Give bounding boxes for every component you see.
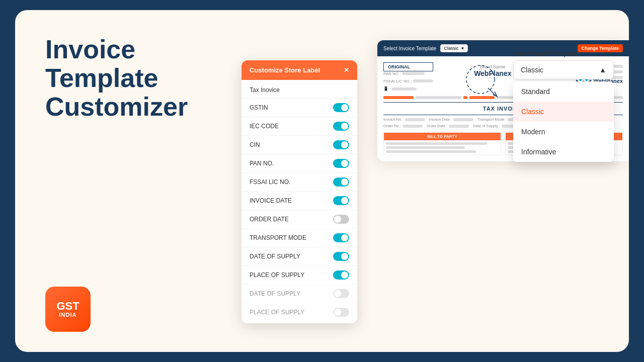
bill-to-party-header: BILL TO PARTY [384, 133, 501, 140]
customize-header-label: Customize Store Label [250, 66, 320, 74]
dashed-arrow-decoration [460, 60, 506, 106]
chevron-down-icon: ▼ [460, 46, 464, 51]
customize-item-place-supply: PLACE OF SUPPLY [242, 266, 357, 285]
toggle-invoice-date[interactable] [333, 196, 349, 205]
toggle-date-supply-greyed[interactable] [333, 289, 349, 298]
template-dropdown-container: Select Invoice Template Classic ▲ Standa… [513, 50, 614, 162]
toggle-gstin[interactable] [333, 103, 349, 112]
chevron-up-icon: ▲ [599, 66, 606, 74]
toggle-fssai[interactable] [333, 177, 349, 187]
india-text: INDIA [59, 312, 77, 318]
close-icon[interactable]: ✕ [344, 66, 349, 74]
customize-item-order-date: ORDER DATE [242, 210, 357, 229]
template-option-modern[interactable]: Modern [513, 122, 614, 142]
gst-text: GST [56, 301, 79, 312]
invoice-original-label: ORIGINAL [383, 62, 433, 71]
template-option-classic[interactable]: Classic [513, 102, 614, 122]
bill-to-party-box: BILL TO PARTY [383, 132, 501, 155]
customize-item-pan: PAN NO. [242, 154, 357, 173]
customize-item-transport: TRANSPORT MODE [242, 229, 357, 247]
template-options-list: Standard Classic Modern Informative [513, 81, 614, 162]
customize-item-iec: IEC CODE [242, 117, 357, 136]
hero-title: Invoice Template Customizer [45, 35, 206, 122]
template-dropdown-button[interactable]: Classic ▲ [513, 60, 614, 79]
invoice-template-select[interactable]: Classic ▼ [440, 44, 468, 52]
invoice-bar-text: Select Invoice Template [383, 46, 436, 51]
svg-point-0 [466, 65, 495, 94]
customize-item-invoice-date: INVOICE DATE [242, 192, 357, 210]
customize-item-tax-invoice: Tax Inovice [242, 82, 357, 99]
toggle-place-supply[interactable] [333, 270, 349, 280]
left-panel: Invoice Template Customizer GST INDIA [15, 10, 226, 352]
toggle-iec[interactable] [333, 122, 349, 131]
toggle-pan[interactable] [333, 159, 349, 168]
toggle-order-date[interactable] [333, 215, 349, 224]
customize-item-date-supply: DATE OF SUPPLY [242, 247, 357, 266]
template-option-informative[interactable]: Informative [513, 142, 614, 162]
right-panel: Customize Store Label ✕ Tax Inovice GSTI… [226, 10, 629, 352]
selected-template-value: Classic [521, 66, 543, 74]
toggle-transport[interactable] [333, 233, 349, 242]
gst-badge: GST INDIA [45, 287, 91, 332]
toggle-place-supply-greyed[interactable] [333, 308, 349, 317]
template-option-standard[interactable]: Standard [513, 81, 614, 102]
customize-items-list: Tax Inovice GSTIN IEC CODE CIN [242, 80, 357, 323]
customize-item-fssai: FSSAI LIC NO. [242, 173, 357, 192]
customize-item-place-supply-greyed: PLACE OF SUPPLY [242, 303, 357, 321]
customize-header: Customize Store Label ✕ [242, 60, 357, 80]
fssai-row: FSSAI LIC NO : [383, 79, 433, 83]
select-template-label: Select Invoice Template [513, 50, 614, 57]
customize-item-cin: CIN [242, 136, 357, 154]
pan-fssai-row: PAN NO : [383, 71, 433, 76]
customize-item-date-supply-greyed: DATE OF SUPPLY [242, 285, 357, 303]
toggle-date-supply[interactable] [333, 252, 349, 261]
toggle-cin[interactable] [333, 140, 349, 149]
customize-item-gstin: GSTIN [242, 99, 357, 117]
customize-panel: Customize Store Label ✕ Tax Inovice GSTI… [242, 60, 357, 323]
